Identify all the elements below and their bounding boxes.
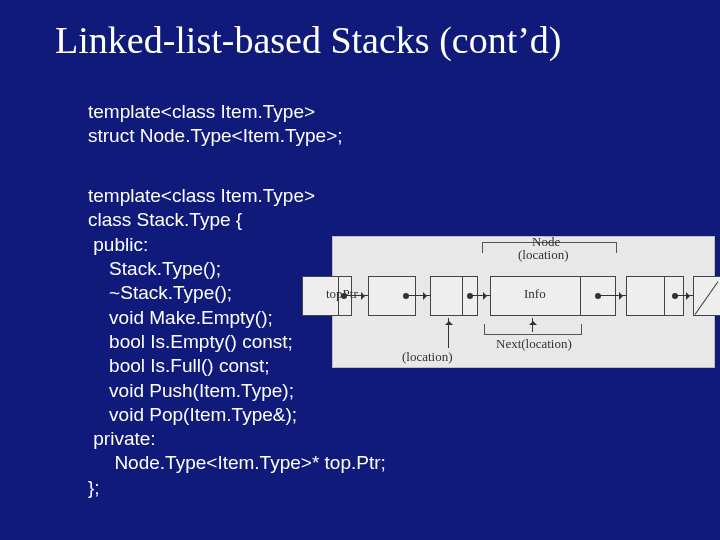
next-label: Next(location): [496, 336, 572, 352]
slide-title: Linked-list-based Stacks (cont’d): [55, 20, 675, 62]
intro-code: template<class Item.Type> struct Node.Ty…: [88, 100, 343, 149]
info-label: Info: [524, 286, 546, 302]
topptr-label: topPtr: [326, 286, 358, 302]
node-label-sub: (location): [518, 247, 569, 263]
slide: Linked-list-based Stacks (cont’d) templa…: [0, 0, 720, 540]
linked-list-diagram: topPtr Info Node (location) Next(locatio…: [332, 236, 715, 368]
location-label: (location): [402, 349, 453, 365]
